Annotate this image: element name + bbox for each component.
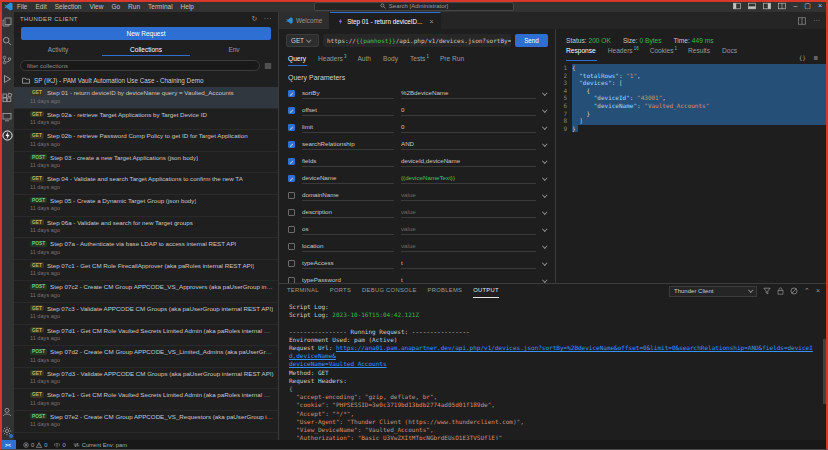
parameter-checkbox[interactable]: ✓ (288, 260, 295, 267)
request-tab[interactable]: Query (288, 54, 307, 66)
sidebar-tab[interactable]: Env (190, 43, 278, 56)
parameter-checkbox[interactable]: ✓ (288, 175, 295, 182)
collections-menu-icon[interactable] (264, 62, 272, 70)
parameter-value-field[interactable]: value (401, 225, 536, 235)
request-list-item[interactable]: GET Step 06a - Validate and search for n… (14, 217, 278, 239)
chevron-down-icon[interactable] (542, 260, 547, 265)
toggle-sidebar-icon[interactable] (733, 2, 741, 10)
close-button[interactable]: × (818, 0, 822, 12)
parameter-name-field[interactable]: limit (302, 123, 394, 133)
activity-accounts[interactable] (0, 402, 14, 421)
request-list-item[interactable]: GET Step 07d1 - Get CM Role Vaulted Secr… (14, 325, 278, 347)
chevron-down-icon[interactable] (542, 141, 547, 146)
tab-close-icon[interactable]: × (429, 18, 433, 25)
request-list-item[interactable]: GET Step 07c1 - Get CM Role FirecallAppr… (14, 260, 278, 282)
chevron-down-icon[interactable] (542, 277, 547, 282)
parameter-checkbox[interactable]: ✓ (288, 243, 295, 250)
menu-item[interactable]: View (89, 3, 103, 10)
maximize-button[interactable]: ▢ (804, 0, 811, 12)
parameter-name-field[interactable]: typeAccess (302, 259, 394, 269)
send-button[interactable]: Send (515, 34, 548, 47)
response-tab[interactable]: Results (688, 46, 711, 61)
request-list-item[interactable]: POST Step 03 - create a new Target Appli… (14, 152, 278, 174)
chevron-down-icon[interactable] (542, 192, 547, 197)
panel-tab[interactable]: PORTS (330, 284, 351, 298)
menu-item[interactable]: Selection (55, 3, 82, 10)
panel-tab[interactable]: PROBLEMS (428, 284, 463, 298)
parameter-value-field[interactable]: 0 (401, 106, 536, 116)
refresh-icon[interactable]: ↻ (252, 15, 258, 23)
sidebar-tab[interactable]: Collections (102, 43, 190, 56)
url-input[interactable]: https://{{pamhost}}/api.php/v1/devices.j… (323, 34, 511, 47)
menu-item[interactable]: File (17, 3, 27, 10)
thunder-env-status[interactable]: Current Env: pam (73, 442, 127, 448)
editor-more-actions-icon[interactable]: ⋯ (813, 17, 820, 25)
parameter-checkbox[interactable]: ✓ (288, 124, 295, 131)
toggle-panel-icon[interactable] (748, 2, 756, 10)
ports-status[interactable]: 0 (54, 442, 65, 448)
request-tab[interactable]: Body (383, 54, 399, 66)
request-tab[interactable]: Headers3 (318, 54, 346, 66)
parameter-checkbox[interactable]: ✓ (288, 107, 295, 114)
panel-tab[interactable]: DEBUG CONSOLE (362, 284, 416, 298)
parameter-name-field[interactable]: description (302, 208, 394, 218)
minimize-button[interactable]: – (793, 0, 797, 12)
parameter-checkbox[interactable]: ✓ (288, 192, 295, 199)
request-tab[interactable]: Pre Run (440, 54, 465, 66)
word-wrap-icon[interactable]: ≣ (813, 54, 818, 61)
parameter-checkbox[interactable]: ✓ (288, 209, 295, 216)
panel-tab[interactable]: OUTPUT (473, 284, 499, 298)
close-panel-icon[interactable]: × (816, 286, 820, 296)
parameter-name-field[interactable]: sortBy (302, 89, 394, 99)
toggle-secondary-sidebar-icon[interactable] (763, 2, 771, 10)
maximize-panel-icon[interactable]: ⌃ (804, 286, 810, 296)
request-list-item[interactable]: POST Step 07a - Authenticate via base LD… (14, 238, 278, 260)
more-actions-icon[interactable]: ··· (264, 15, 272, 23)
filter-collections-input[interactable] (20, 60, 260, 71)
menu-item[interactable]: Terminal (148, 3, 173, 10)
activity-search[interactable] (0, 31, 14, 50)
request-tab[interactable]: Auth (357, 54, 372, 66)
request-list-item[interactable]: POST Step 07d2 - Create CM Group APPCODE… (14, 346, 278, 368)
menu-item[interactable]: Run (128, 3, 140, 10)
response-tab[interactable]: Cookies1 (650, 46, 677, 61)
chevron-down-icon[interactable] (542, 243, 547, 248)
request-list-item[interactable]: GET Step 07d3 - Validate APPCODE CM Grou… (14, 368, 278, 390)
new-request-button[interactable]: New Request (21, 27, 271, 40)
parameter-value-field[interactable]: value (401, 191, 536, 201)
chevron-down-icon[interactable] (542, 90, 547, 95)
parameter-value-field[interactable]: AND (401, 140, 536, 150)
format-json-icon[interactable]: {} (799, 54, 806, 61)
activity-remote-explorer[interactable] (0, 107, 14, 126)
collection-folder[interactable]: SP (IKJ) - PAM Vault Automation Use Case… (14, 73, 278, 87)
activity-run-debug[interactable] (0, 69, 14, 88)
parameter-value-field[interactable]: t (401, 259, 536, 269)
problems-status[interactable]: 0 0 (23, 442, 47, 448)
parameter-name-field[interactable]: offset (302, 106, 394, 116)
request-list-item[interactable]: GET Step 02b - retrieve Password Comp Po… (14, 130, 278, 152)
parameter-name-field[interactable]: os (302, 225, 394, 235)
split-editor-icon[interactable] (798, 17, 806, 25)
request-tab[interactable]: Tests1 (410, 54, 429, 66)
parameter-value-field[interactable]: 0 (401, 123, 536, 133)
chevron-down-icon[interactable] (542, 107, 547, 112)
scrollbar-thumb[interactable] (823, 339, 827, 404)
parameter-checkbox[interactable]: ✓ (288, 90, 295, 97)
request-list-item[interactable]: GET Step 07e1 - Get CM Role Vaulted Secr… (14, 389, 278, 411)
method-dropdown[interactable]: GET (286, 34, 319, 47)
parameter-value-field[interactable]: deviceId,deviceName (401, 157, 536, 167)
clear-output-icon[interactable] (790, 287, 798, 295)
request-list-item[interactable]: GET Step 02a - retrieve Target Applicati… (14, 109, 278, 131)
chevron-down-icon[interactable] (542, 124, 547, 129)
filter-icon[interactable] (763, 287, 771, 295)
response-tab[interactable]: Docs (722, 46, 738, 61)
parameter-name-field[interactable]: deviceName (302, 174, 394, 184)
parameter-value-field[interactable]: value (401, 242, 536, 252)
response-tab[interactable]: Headers16 (608, 46, 639, 61)
output-channel-select[interactable]: Thunder Client (669, 286, 757, 297)
activity-thunder-client[interactable] (0, 126, 14, 145)
parameter-name-field[interactable]: domainName (302, 191, 394, 201)
parameter-name-field[interactable]: searchRelationship (302, 140, 394, 150)
menu-item[interactable]: Help (181, 3, 194, 10)
activity-settings[interactable] (0, 421, 14, 440)
